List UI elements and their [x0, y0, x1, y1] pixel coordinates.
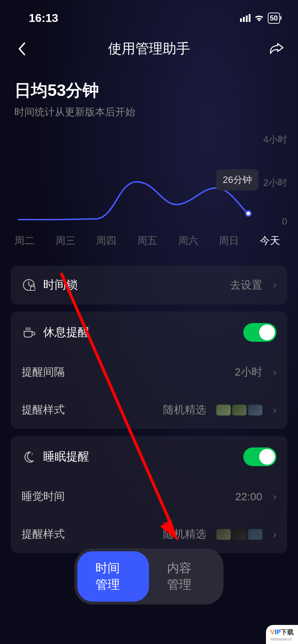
watermark-url: viphuiyuan.cc [270, 637, 294, 641]
reminder-interval-value: 2小时 [235, 365, 262, 380]
x-axis-label[interactable]: 周二 [14, 234, 35, 248]
cup-icon [22, 325, 36, 340]
status-bar: 16:13 50 [0, 0, 298, 29]
x-axis-label[interactable]: 周日 [219, 234, 239, 248]
style-thumbnails [216, 405, 262, 415]
sleep-reminder-label: 睡眠提醒 [43, 449, 236, 465]
time-lock-card: 时间锁 去设置 › [11, 266, 287, 304]
reminder-style-label: 提醒样式 [22, 402, 156, 417]
chart-tooltip: 26分钟 [216, 169, 258, 190]
y-axis-label: 4小时 [263, 133, 287, 146]
stats-subtitle: 时间统计从更新版本后开始 [14, 105, 284, 119]
stats-average-title: 日均53分钟 [14, 79, 284, 102]
thumbnail [216, 405, 231, 415]
chevron-right-icon: › [273, 279, 276, 291]
svg-point-0 [246, 211, 251, 216]
chevron-left-icon [17, 42, 26, 56]
share-icon [269, 42, 284, 55]
share-button[interactable] [269, 42, 284, 56]
x-axis-label[interactable]: 周三 [55, 234, 76, 248]
battery-icon: 50 [268, 13, 280, 24]
sleep-time-row[interactable]: 睡觉时间 22:00 › [11, 478, 287, 515]
nav-bar: 使用管理助手 [0, 29, 298, 69]
timer-lock-icon [22, 278, 36, 292]
sleep-style-label: 提醒样式 [22, 527, 156, 542]
svg-text:z: z [31, 452, 33, 456]
rest-reminder-toggle[interactable] [243, 323, 276, 342]
thumbnail [248, 405, 262, 415]
sleep-style-row[interactable]: 提醒样式 随机精选 › [11, 515, 287, 553]
tab-content-management[interactable]: 内容管理 [149, 551, 221, 602]
watermark: VIP下载 viphuiyuan.cc [266, 625, 298, 644]
style-thumbnails [216, 529, 262, 540]
thumbnail [232, 529, 247, 540]
rest-reminder-label: 休息提醒 [43, 325, 236, 340]
time-lock-label: 时间锁 [43, 277, 223, 293]
chevron-right-icon: › [273, 404, 276, 416]
y-axis-label: 0 [282, 216, 287, 227]
thumbnail [232, 405, 247, 415]
y-axis-label: 2小时 [263, 176, 287, 189]
thumbnail [248, 529, 262, 540]
stats-section: 日均53分钟 时间统计从更新版本后开始 [0, 69, 298, 123]
chevron-right-icon: › [273, 367, 276, 378]
signal-icon [240, 14, 250, 22]
chart-x-axis: 周二 周三 周四 周五 周六 周日 今天 [0, 227, 298, 258]
reminder-interval-label: 提醒间隔 [22, 365, 227, 380]
reminder-interval-row[interactable]: 提醒间隔 2小时 › [11, 353, 287, 391]
time-lock-row[interactable]: 时间锁 去设置 › [11, 266, 287, 304]
status-time: 16:13 [29, 12, 58, 25]
x-axis-label-active[interactable]: 今天 [260, 234, 280, 248]
rest-reminder-card: 休息提醒 提醒间隔 2小时 › 提醒样式 随机精选 › [11, 312, 287, 429]
tab-time-management[interactable]: 时间管理 [77, 551, 149, 602]
sleep-style-value: 随机精选 [163, 527, 206, 542]
reminder-style-row[interactable]: 提醒样式 随机精选 › [11, 391, 287, 429]
reminder-style-value: 随机精选 [163, 402, 206, 417]
watermark-brand: VIP下载 [270, 628, 294, 636]
sleep-reminder-row: z 睡眠提醒 [11, 436, 287, 478]
x-axis-label[interactable]: 周四 [96, 234, 116, 248]
page-title: 使用管理助手 [108, 40, 190, 58]
sleep-reminder-card: z 睡眠提醒 睡觉时间 22:00 › 提醒样式 随机精选 › [11, 436, 287, 553]
wifi-icon [254, 14, 264, 22]
sleep-time-label: 睡觉时间 [22, 489, 228, 504]
time-lock-action: 去设置 [230, 278, 262, 293]
sleep-reminder-toggle[interactable] [243, 447, 276, 466]
moon-icon: z [22, 450, 36, 464]
chevron-right-icon: › [273, 491, 276, 502]
sleep-time-value: 22:00 [235, 491, 262, 503]
svg-rect-2 [31, 287, 35, 290]
rest-reminder-row: 休息提醒 [11, 312, 287, 353]
x-axis-label[interactable]: 周五 [137, 234, 157, 248]
chevron-right-icon: › [273, 529, 276, 540]
usage-chart: 4小时 2小时 0 26分钟 [11, 133, 291, 227]
back-button[interactable] [14, 42, 29, 56]
thumbnail [216, 529, 231, 540]
status-icons: 50 [240, 13, 280, 24]
x-axis-label[interactable]: 周六 [178, 234, 198, 248]
bottom-tab-bar: 时间管理 内容管理 [74, 548, 224, 604]
